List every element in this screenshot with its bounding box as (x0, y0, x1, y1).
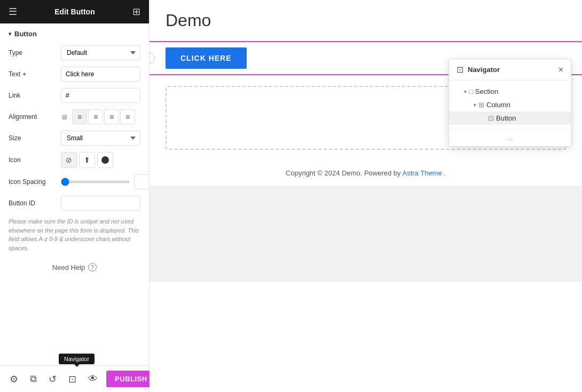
need-help-label: Need Help (52, 263, 85, 271)
panel-header: ☰ Edit Button ⊞ (0, 0, 149, 23)
footer-end: . (444, 169, 446, 177)
page-footer: Copyright © 2024 Demo. Powered by Astra … (150, 161, 582, 186)
alignment-controls: 🖥 ≡ ≡ ≡ ≡ (61, 109, 135, 124)
left-panel: ☰ Edit Button ⊞ ▾ Button Type Default Pr… (0, 0, 150, 392)
tree-item-column[interactable]: ▾ ⊞ Column (449, 98, 571, 111)
preview-tool-btn[interactable]: 👁 (85, 370, 101, 388)
settings-tool-btn[interactable]: ⚙ (6, 370, 21, 388)
section-arrow: ▾ (9, 31, 11, 37)
navigator-panel-icon: ⊡ (457, 65, 463, 75)
click-here-button[interactable]: CLICK HERE (166, 47, 247, 69)
help-icon: ? (88, 263, 97, 271)
demo-page-title: Demo (150, 0, 582, 41)
button-id-row: Button ID ≡ (9, 196, 140, 211)
navigator-tooltip: Navigator (59, 354, 95, 364)
button-tree-label: Button (496, 114, 516, 122)
align-center-btn[interactable]: ≡ (88, 109, 103, 124)
type-row: Type Default Primary Secondary Outline (9, 45, 140, 60)
tree-item-button[interactable]: ▾ ⊡ Button (449, 111, 571, 125)
align-left-btn[interactable]: ≡ (72, 109, 87, 124)
text-label: Text ✦ (9, 70, 57, 78)
tree-item-section[interactable]: ▾ □ Section (449, 85, 571, 98)
section-tree-label: Section (475, 87, 498, 95)
icon-label: Icon (9, 156, 57, 164)
need-help[interactable]: Need Help ? (9, 263, 140, 271)
section-heading[interactable]: ▾ Button (9, 30, 140, 38)
type-label: Type (9, 49, 57, 57)
alignment-label: Alignment (9, 113, 57, 121)
size-label: Size (9, 134, 57, 142)
section-label: Button (14, 30, 37, 38)
column-tree-arrow: ▾ (474, 102, 476, 108)
button-id-note: Please make sure the ID is unique and no… (9, 217, 140, 252)
text-row: Text ✦ ≡ (9, 67, 140, 82)
button-id-input[interactable] (61, 196, 140, 210)
navigator-header-left: ⊡ Navigator (457, 65, 500, 75)
layers-tool-btn[interactable]: ⧉ (27, 370, 40, 388)
size-row: Size Small Medium Large (9, 131, 140, 146)
bottom-gray-area (150, 186, 582, 282)
template-tool-btn[interactable]: ⊡ (65, 370, 80, 388)
collapse-arrow[interactable]: ‹ (150, 52, 155, 64)
link-input-wrapper: ⚙ ≡ (61, 88, 140, 103)
canvas-area: Demo CLICK HERE ‹ + ■ Drag widget he (150, 0, 582, 392)
history-tool-btn[interactable]: ↺ (45, 370, 60, 388)
button-id-label: Button ID (9, 199, 57, 207)
size-control: Small Medium Large (61, 131, 140, 146)
alignment-row: Alignment 🖥 ≡ ≡ ≡ ≡ (9, 109, 140, 124)
button-id-wrapper: ≡ (61, 196, 140, 211)
icon-upload-btn[interactable]: ⬆ (79, 152, 95, 168)
icon-dot-btn[interactable] (97, 152, 113, 168)
navigator-panel-title: Navigator (468, 66, 500, 74)
icon-none-btn[interactable]: ⊘ (61, 152, 77, 168)
hamburger-icon[interactable]: ☰ (9, 6, 17, 18)
column-tree-icon: ⊞ (478, 101, 484, 109)
icon-spacing-label: Icon Spacing (9, 178, 57, 186)
section-tree-arrow: ▾ (464, 89, 467, 94)
navigator-panel: ⊡ Navigator × ▾ □ Section ▾ ⊞ Column (449, 59, 571, 147)
footer-link[interactable]: Astra Theme (403, 169, 442, 177)
align-right-btn[interactable]: ≡ (104, 109, 119, 124)
publish-button[interactable]: PUBLISH (106, 371, 156, 387)
navigator-header: ⊡ Navigator × (449, 59, 571, 81)
alignment-buttons: ≡ ≡ ≡ ≡ (72, 109, 135, 124)
section-tree-icon: □ (469, 87, 473, 95)
footer-text: Copyright © 2024 Demo. Powered by (286, 169, 401, 177)
column-tree-label: Column (486, 101, 510, 109)
link-row: Link ⚙ ≡ (9, 88, 140, 103)
type-control: Default Primary Secondary Outline (61, 45, 140, 60)
icon-row: Icon ⊘ ⬆ (9, 152, 140, 168)
text-input-wrapper: ≡ (61, 67, 140, 82)
text-input[interactable] (61, 67, 140, 81)
type-select[interactable]: Default Primary Secondary Outline (61, 45, 140, 60)
size-select[interactable]: Small Medium Large (61, 131, 140, 146)
right-area: Demo CLICK HERE ‹ + ■ Drag widget he (150, 0, 582, 392)
icon-dot (101, 156, 109, 164)
navigator-close-btn[interactable]: × (559, 66, 563, 74)
navigator-tree: ▾ □ Section ▾ ⊞ Column ▾ ⊡ Button (449, 81, 571, 129)
icon-spacing-slider[interactable] (61, 181, 130, 183)
align-justify-btn[interactable]: ≡ (120, 109, 135, 124)
panel-content: ▾ Button Type Default Primary Secondary … (0, 23, 149, 365)
link-label: Link (9, 92, 57, 99)
link-input[interactable] (61, 89, 140, 102)
panel-title: Edit Button (54, 7, 95, 16)
navigator-footer[interactable]: ... (449, 129, 571, 146)
alignment-monitor-icon: 🖥 (61, 113, 68, 121)
grid-icon[interactable]: ⊞ (132, 6, 140, 18)
icon-spacing-value[interactable] (134, 174, 149, 189)
button-tree-icon: ⊡ (488, 114, 494, 122)
icon-spacing-row: Icon Spacing (9, 174, 140, 189)
icon-options: ⊘ ⬆ (61, 152, 113, 168)
bottom-toolbar: Navigator ⚙ ⧉ ↺ ⊡ 👁 PUBLISH ▲ (0, 365, 149, 392)
